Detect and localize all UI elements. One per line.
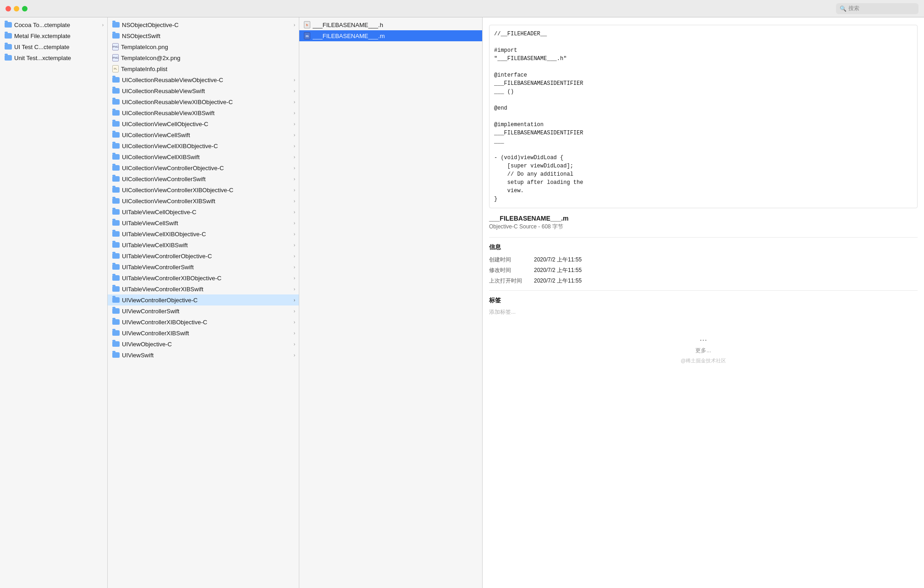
list-item-uitableviewcontrollerxib-objc[interactable]: UITableViewControllerXIBObjective-C › [108, 272, 299, 283]
item-label: NSObjectObjective-C [122, 22, 292, 28]
item-label: UIViewControllerXIBSwift [122, 330, 292, 337]
item-label: UICollectionReusableViewXIBSwift [122, 110, 292, 116]
file-item-m[interactable]: m ___FILEBASENAME___.m [299, 30, 482, 41]
list-item-templateinfo-plist[interactable]: PL TemplateInfo.plist [108, 63, 299, 74]
folder-icon [112, 352, 120, 358]
list-item-uiview-objc[interactable]: UIViewObjective-C › [108, 338, 299, 349]
list-item-uicollviewcontrollerxib-swift[interactable]: UICollectionViewControllerXIBSwift › [108, 195, 299, 206]
list-item-uitableviewcellxib-objc[interactable]: UITableViewCellXIBObjective-C › [108, 228, 299, 239]
list-item-uitableviewcontroller-swift[interactable]: UITableViewControllerSwift › [108, 261, 299, 272]
folder-icon [112, 209, 120, 215]
chevron-right-icon: › [294, 221, 295, 226]
maximize-button[interactable] [22, 6, 28, 11]
chevron-right-icon: › [294, 177, 295, 182]
folder-icon [112, 143, 120, 149]
chevron-right-icon: › [294, 353, 295, 358]
divider [489, 237, 918, 238]
list-item-nsobject-objc[interactable]: NSObjectObjective-C › [108, 19, 299, 30]
folder-icon [112, 110, 120, 116]
minimize-button[interactable] [14, 6, 19, 11]
list-item-uitableviewcell-swift[interactable]: UITableViewCellSwift › [108, 217, 299, 228]
close-button[interactable] [6, 6, 11, 11]
list-item-uicollreusable-swift[interactable]: UICollectionReusableViewSwift › [108, 85, 299, 96]
sidebar-item-metal-file[interactable]: Metal File.xctemplate [0, 30, 107, 41]
inspector-subtitle: Objective-C Source - 608 字节 [489, 223, 918, 231]
folder-icon [5, 33, 12, 39]
list-item-uitableviewcell-objc[interactable]: UITableViewCellObjective-C › [108, 206, 299, 217]
content-area: Cocoa To...ctemplate › Metal File.xctemp… [0, 17, 924, 588]
item-label: UIViewSwift [122, 352, 292, 359]
list-item-uicollviewcontroller-swift[interactable]: UICollectionViewControllerSwift › [108, 173, 299, 184]
folder-icon [112, 308, 120, 314]
search-box[interactable]: 🔍 搜索 [836, 3, 918, 14]
item-label: UICollectionViewCellXIBSwift [122, 154, 292, 161]
folder-icon [112, 99, 120, 105]
sidebar-item-cocoa-to[interactable]: Cocoa To...ctemplate › [0, 19, 107, 30]
item-label: UICollectionReusableViewXIBObjective-C [122, 99, 292, 105]
list-item-uicollviewcell-objc[interactable]: UICollectionViewCellObjective-C › [108, 118, 299, 129]
main-window: 🔍 搜索 Cocoa To...ctemplate › Metal File.x… [0, 0, 924, 588]
list-item-uicollviewcontrollerxib-objc[interactable]: UICollectionViewControllerXIBObjective-C… [108, 184, 299, 195]
list-item-uiviewcontrollerxib-swift[interactable]: UIViewControllerXIBSwift › [108, 327, 299, 338]
list-item-templateicon-2x[interactable]: PNG TemplateIcon@2x.png [108, 52, 299, 63]
chevron-right-icon: › [294, 122, 295, 127]
sidebar-item-unit-test[interactable]: Unit Test...xctemplate [0, 52, 107, 63]
more-icon[interactable]: ··· [699, 334, 707, 345]
chevron-right-icon: › [294, 100, 295, 105]
chevron-right-icon: › [294, 155, 295, 160]
list-item-uitableviewcontrollerxib-swift[interactable]: UITableViewControllerXIBSwift › [108, 283, 299, 294]
item-label: UICollectionViewControllerSwift [122, 176, 292, 183]
more-label[interactable]: 更多... [695, 347, 711, 355]
chevron-right-icon: › [294, 199, 295, 204]
item-label: UIViewControllerSwift [122, 308, 292, 315]
panel-middle: NSObjectObjective-C › NSObjectSwift PNG … [108, 17, 299, 588]
item-label: UITableViewCellXIBSwift [122, 242, 292, 249]
tags-section-title: 标签 [489, 296, 918, 305]
sidebar-item-label: Unit Test...xctemplate [14, 55, 104, 61]
list-item-uiview-swift[interactable]: UIViewSwift › [108, 349, 299, 361]
list-item-uicollviewcell-swift[interactable]: UICollectionViewCellSwift › [108, 129, 299, 140]
sidebar-item-label: UI Test C...ctemplate [14, 44, 104, 50]
item-label: UICollectionViewCellSwift [122, 132, 292, 139]
folder-icon [112, 22, 120, 28]
chevron-right-icon: › [294, 254, 295, 259]
modified-label: 修改时间 [489, 266, 530, 274]
item-label: UITableViewCellXIBObjective-C [122, 231, 292, 238]
opened-label: 上次打开时间 [489, 277, 530, 285]
item-label: NSObjectSwift [122, 33, 295, 39]
item-label: TemplateInfo.plist [121, 66, 295, 72]
list-item-uiviewcontrollerxib-objc[interactable]: UIViewControllerXIBObjective-C › [108, 316, 299, 327]
item-label: UIViewControllerObjective-C [122, 297, 292, 304]
item-label: UICollectionViewCellObjective-C [122, 121, 292, 128]
list-item-uicollviewcellxib-swift[interactable]: UICollectionViewCellXIBSwift › [108, 151, 299, 162]
item-label: UICollectionViewControllerObjective-C [122, 165, 292, 172]
item-label: UICollectionViewControllerXIBObjective-C [122, 187, 292, 194]
item-label: UICollectionViewCellXIBObjective-C [122, 143, 292, 150]
list-item-uiviewcontroller-swift[interactable]: UIViewControllerSwift › [108, 305, 299, 316]
list-item-uicollviewcontroller-objc[interactable]: UICollectionViewControllerObjective-C › [108, 162, 299, 173]
folder-icon [112, 154, 120, 160]
list-item-templateicon-png[interactable]: PNG TemplateIcon.png [108, 41, 299, 52]
list-item-uicollviewcellxib-objc[interactable]: UICollectionViewCellXIBObjective-C › [108, 140, 299, 151]
list-item-uitableviewcellxib-swift[interactable]: UITableViewCellXIBSwift › [108, 239, 299, 250]
modified-row: 修改时间 2020/7/2 上午11:55 [489, 266, 918, 274]
created-row: 创建时间 2020/7/2 上午11:55 [489, 256, 918, 264]
created-value: 2020/7/2 上午11:55 [534, 256, 582, 264]
folder-icon [112, 253, 120, 259]
item-label: UITableViewCellSwift [122, 220, 292, 227]
list-item-uiviewcontroller-objc[interactable]: UIViewControllerObjective-C › [108, 294, 299, 305]
folder-icon [112, 132, 120, 138]
list-item-nsobject-swift[interactable]: NSObjectSwift [108, 30, 299, 41]
list-item-uicollreusable-objc[interactable]: UICollectionReusableViewObjective-C › [108, 74, 299, 85]
item-label: UITableViewCellObjective-C [122, 209, 292, 216]
sidebar-item-ui-test[interactable]: UI Test C...ctemplate [0, 41, 107, 52]
chevron-right-icon: › [294, 276, 295, 281]
item-label: UICollectionReusableViewSwift [122, 88, 292, 94]
list-item-uicollreusablexib-objc[interactable]: UICollectionReusableViewXIBObjective-C › [108, 96, 299, 107]
list-item-uicollreusablexib-swift[interactable]: UICollectionReusableViewXIBSwift › [108, 107, 299, 118]
list-item-uitableviewcontroller-objc[interactable]: UITableViewControllerObjective-C › [108, 250, 299, 261]
file-item-h[interactable]: h ___FILEBASENAME___.h [299, 19, 482, 30]
tags-placeholder[interactable]: 添加标签... [489, 308, 918, 316]
divider [489, 290, 918, 291]
opened-row: 上次打开时间 2020/7/2 上午11:55 [489, 277, 918, 285]
